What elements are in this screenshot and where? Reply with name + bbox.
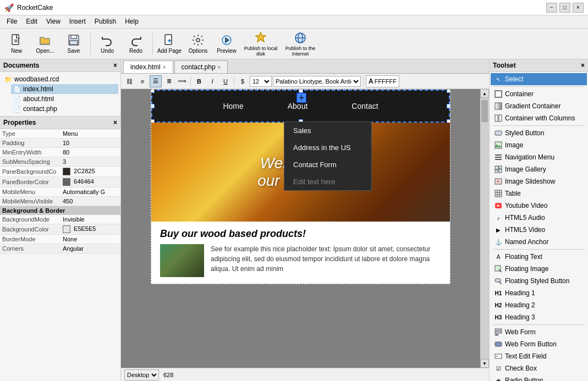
minimize-btn[interactable]: −: [546, 3, 557, 13]
h1-icon: H1: [494, 289, 503, 297]
tool-styled-button[interactable]: Styled Button: [491, 127, 587, 139]
tool-heading1[interactable]: H1 Heading 1: [491, 287, 587, 299]
tool-image[interactable]: Image: [491, 139, 587, 151]
maximize-btn[interactable]: □: [559, 3, 570, 13]
font-size-select[interactable]: 12: [250, 76, 272, 87]
prop-submenu-value: 3: [61, 157, 120, 167]
content-heading: Buy our wood based products!: [160, 228, 441, 240]
menu-file[interactable]: File: [2, 16, 21, 27]
tool-select[interactable]: ↖ Select: [491, 73, 587, 85]
format-align-center[interactable]: ☰: [150, 75, 162, 87]
format-link-btn[interactable]: ⛓: [123, 75, 135, 87]
properties-close-btn[interactable]: ×: [113, 119, 117, 126]
new-button[interactable]: New: [3, 31, 30, 57]
format-currency[interactable]: $: [237, 75, 249, 87]
documents-close-btn[interactable]: ×: [113, 62, 117, 69]
prop-bordermode: BorderMode None: [0, 235, 120, 244]
scroll-up-btn[interactable]: ▲: [480, 89, 489, 98]
format-align-right[interactable]: ≣: [163, 75, 175, 87]
tool-image-slideshow-label: Image Slideshow: [505, 178, 555, 185]
redo-button[interactable]: Redo: [123, 31, 149, 57]
options-button[interactable]: Options: [185, 31, 211, 57]
tool-navigation-menu[interactable]: Navigation Menu: [491, 151, 587, 163]
doc-contact[interactable]: 📄 contact.php: [11, 104, 118, 114]
tool-html5-video[interactable]: ▶ HTML5 Video: [491, 224, 587, 236]
nav-contact[interactable]: Contact: [329, 97, 400, 115]
prop-mobilemenuv-key: MobileMenuVisible: [0, 197, 61, 206]
menu-edit[interactable]: Edit: [21, 16, 42, 27]
nav-dropdown-sales[interactable]: Sales: [284, 122, 371, 139]
tool-web-form-button[interactable]: Web Form Button: [491, 338, 587, 350]
tab-contact-close[interactable]: ×: [218, 64, 221, 70]
nav-dropdown-placeholder[interactable]: Edit text here: [284, 173, 371, 190]
tool-youtube-video[interactable]: Youtube Video: [491, 200, 587, 212]
open-button[interactable]: Open...: [32, 31, 58, 57]
prop-panebg-key: PaneBackgroundCo: [0, 167, 61, 177]
menu-publish[interactable]: Publish: [90, 16, 120, 27]
tab-contact[interactable]: contact.php ×: [174, 60, 228, 73]
close-btn[interactable]: ×: [573, 3, 584, 13]
tool-heading2[interactable]: H2 Heading 2: [491, 299, 587, 311]
tool-columns[interactable]: Container with Columns: [491, 112, 587, 124]
documents-panel-header: Documents ×: [0, 59, 120, 72]
canvas-scrollbar-v[interactable]: ▲ ▼: [480, 89, 489, 368]
menu-view[interactable]: View: [42, 16, 65, 27]
format-underline[interactable]: U: [219, 75, 232, 87]
preview-button[interactable]: Preview: [213, 31, 240, 57]
menu-insert[interactable]: Insert: [65, 16, 90, 27]
tool-image-gallery[interactable]: Image Gallery: [491, 163, 587, 175]
resize-handle-tm[interactable]: [299, 89, 303, 93]
toolset-close-btn[interactable]: ×: [581, 62, 585, 69]
resize-handle-ml[interactable]: [151, 104, 155, 108]
resize-handle-tr[interactable]: [447, 89, 450, 93]
resize-handle-tl[interactable]: [151, 89, 155, 93]
tool-check-box[interactable]: ☑ Check Box: [491, 362, 587, 374]
format-align-justify[interactable]: ⟹: [176, 75, 188, 87]
tool-web-form[interactable]: Web Form: [491, 326, 587, 338]
text-color-btn[interactable]: A FFFFFF: [366, 75, 399, 87]
nav-move-handle[interactable]: ✛: [296, 93, 306, 103]
bgcolor-color-swatch: [63, 225, 70, 233]
nav-dropdown-contactform[interactable]: Contact Form: [284, 156, 371, 173]
tool-container[interactable]: Container: [491, 88, 587, 100]
web-canvas[interactable]: ✛ Home About Contact Sales Address in th…: [151, 89, 450, 284]
doc-index[interactable]: 📄 index.html: [11, 84, 118, 94]
nav-home[interactable]: Home: [201, 97, 265, 115]
tool-container-label: Container: [505, 90, 534, 98]
properties-table: Type Menu Padding 10 MinEntryWidth 80 Su…: [0, 129, 120, 206]
tool-gradient-container[interactable]: Gradient Container: [491, 100, 587, 112]
prop-submenu-key: SubMenuSpacing: [0, 157, 61, 167]
font-family-select[interactable]: Palatino Linotype, Book Antiqua3, Pal: [273, 76, 361, 87]
tool-floating-image[interactable]: Floating Image: [491, 263, 587, 275]
content-image: [160, 244, 204, 277]
doc-root[interactable]: 📁 woodbased.rcd: [2, 74, 118, 84]
tool-heading3[interactable]: H3 Heading 3: [491, 311, 587, 323]
view-mode-select[interactable]: Desktop Mobile Tablet: [124, 369, 159, 380]
publish-disk-button[interactable]: Publish to local disk: [242, 31, 279, 57]
tool-radio-button[interactable]: ◉ Radio Button: [491, 374, 587, 381]
undo-button[interactable]: Undo: [94, 31, 120, 57]
site-nav[interactable]: ✛ Home About Contact Sales Address in th…: [151, 90, 450, 123]
tool-floating-text[interactable]: A Floating Text: [491, 251, 587, 263]
doc-about[interactable]: 📄 about.html: [11, 94, 118, 104]
tool-text-edit-field[interactable]: Text Edit Field: [491, 350, 587, 362]
tool-html5-audio[interactable]: ♪ HTML5 Audio: [491, 212, 587, 224]
publish-internet-button[interactable]: Publish to the Internet: [282, 31, 319, 57]
resize-handle-mr[interactable]: [447, 104, 450, 108]
scroll-thumb-v[interactable]: [481, 100, 488, 122]
tab-index[interactable]: index.html ×: [123, 60, 173, 73]
menu-help[interactable]: Help: [120, 16, 143, 27]
tool-image-slideshow[interactable]: Image Slideshow: [491, 175, 587, 187]
tool-table[interactable]: Table: [491, 187, 587, 200]
tool-named-anchor[interactable]: ⚓ Named Anchor: [491, 236, 587, 248]
tab-index-close[interactable]: ×: [163, 64, 166, 70]
save-button[interactable]: Save: [61, 31, 87, 57]
scroll-down-btn[interactable]: ▼: [480, 359, 489, 368]
format-italic[interactable]: I: [206, 75, 218, 87]
tool-floating-styled-button[interactable]: Floating Styled Button: [491, 275, 587, 287]
format-align-left[interactable]: ≡: [136, 75, 149, 87]
bg-border-table: BackgroundMode Invisible BackgroundColor…: [0, 215, 120, 253]
nav-dropdown-address[interactable]: Address in the US: [284, 139, 371, 156]
addpage-button[interactable]: Add Page: [156, 31, 183, 57]
format-bold[interactable]: B: [193, 75, 205, 87]
